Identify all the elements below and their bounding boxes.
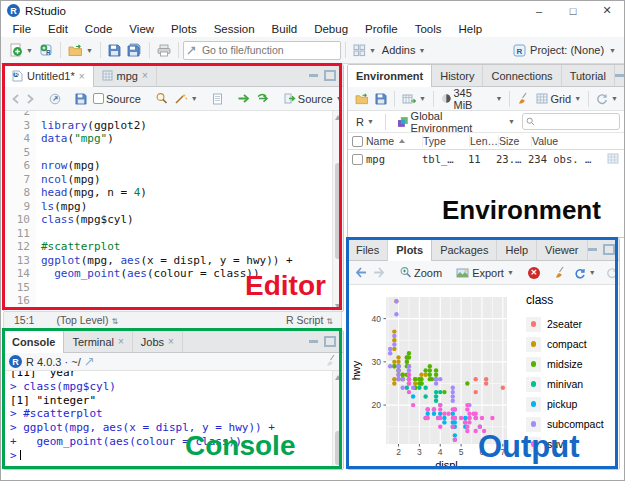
back-button[interactable] [8,90,23,108]
tab-jobs[interactable]: Jobs × [133,331,183,352]
new-file-button[interactable]: ▼ [6,40,36,60]
forward-button[interactable] [23,90,38,108]
menu-item-session[interactable]: Session [205,20,263,37]
goto-file-function-input[interactable] [200,43,324,57]
new-project-button[interactable]: R [36,40,56,60]
column-header-size[interactable]: Size [499,135,532,147]
pane-minimize-icon[interactable] [588,248,597,251]
pane-maximize-icon[interactable] [324,70,336,81]
save-button[interactable] [105,40,124,60]
menu-item-debug[interactable]: Debug [306,20,357,37]
remove-plot-button[interactable]: ✕ [525,264,543,282]
refresh-environment-button[interactable]: ▼ [593,90,621,108]
tab-plots[interactable]: Plots [388,239,432,261]
scroll-up-icon[interactable] [335,375,341,380]
workspace-panes-button[interactable]: ▼ [350,40,379,60]
scroll-down-icon[interactable] [335,304,341,309]
row-checkbox[interactable] [348,154,366,165]
menu-item-help[interactable]: Help [450,20,491,37]
column-header-type[interactable]: Type [423,135,470,147]
save-workspace-button[interactable] [372,90,390,108]
menu-item-plots[interactable]: Plots [163,20,206,37]
view-data-button[interactable] [607,153,619,166]
next-plot-button[interactable] [370,264,388,282]
zoom-plot-button[interactable]: Zoom [396,264,445,282]
tab-viewer[interactable]: Viewer [537,239,587,260]
import-dataset-button[interactable]: ▼ [399,90,429,108]
code-editing-area[interactable]: 2345678910111213141516 library(ggplot2)d… [4,111,343,312]
menu-item-file[interactable]: File [4,20,40,37]
column-header-length[interactable]: Len… [470,135,499,147]
scroll-thumb[interactable] [335,163,342,259]
find-replace-button[interactable] [152,90,171,108]
menu-item-tools[interactable]: Tools [406,20,450,37]
refresh-plot-button[interactable] [603,264,620,282]
pane-minimize-icon[interactable] [615,74,624,77]
tab-environment[interactable]: Environment [348,65,432,87]
code-tools-button[interactable]: ▼ [171,90,201,108]
pane-maximize-icon[interactable] [324,336,336,347]
previous-plot-button[interactable] [352,264,370,282]
source-button[interactable]: Source ▼ [281,90,344,108]
menu-item-build[interactable]: Build [263,20,306,37]
scope-selector[interactable]: (Top Level)⇅ [56,314,118,326]
scroll-up-icon[interactable] [335,115,341,120]
popout-button[interactable] [46,90,64,108]
load-workspace-button[interactable] [352,90,372,108]
console-scrollbar[interactable] [332,371,343,469]
environment-scope-selector[interactable]: Global Environment ▼ [394,113,518,131]
tab-close-icon[interactable]: × [142,70,148,81]
tab-packages[interactable]: Packages [432,239,497,260]
menu-item-profile[interactable]: Profile [357,20,407,37]
save-all-button[interactable] [124,40,145,60]
console-body[interactable]: [11] "year"> class(mpg$cyl)[1] "integer"… [4,371,343,469]
menu-item-code[interactable]: Code [76,20,121,37]
environment-search-box[interactable] [522,113,620,130]
menu-item-view[interactable]: View [121,20,163,37]
tab-close-icon[interactable]: × [168,336,174,347]
tab-untitled1[interactable]: R Untitled1* × [4,65,94,87]
tab-history[interactable]: History [432,65,483,86]
clear-console-button[interactable] [325,354,338,369]
tab-close-icon[interactable]: × [118,336,124,347]
pane-minimize-icon[interactable] [309,340,318,343]
column-header-name[interactable]: Name [366,135,423,147]
maximize-button[interactable]: □ [556,1,590,20]
tab-connections[interactable]: Connections [483,65,561,86]
run-button[interactable] [234,90,253,108]
goto-file-function-box[interactable] [183,41,341,60]
save-source-button[interactable] [72,90,90,108]
project-menu-button[interactable]: R Project: (None) ▼ [510,40,619,60]
scroll-thumb[interactable] [335,431,342,465]
minimize-button[interactable]: – [522,1,556,20]
print-button[interactable] [154,40,174,60]
tab-close-icon[interactable]: × [79,71,85,82]
tab-mpg-viewer[interactable]: mpg × [94,65,157,86]
environment-search-input[interactable] [538,115,612,128]
tab-help[interactable]: Help [497,239,537,260]
editor-scrollbar[interactable] [332,111,343,312]
pane-maximize-icon[interactable] [603,244,615,255]
close-button[interactable]: ✕ [590,1,624,20]
doc-type-selector[interactable]: R Script⇅ [286,314,333,326]
export-plot-button[interactable]: Export ▼ [453,264,517,282]
open-file-button[interactable]: ▼ [65,40,96,60]
checkbox-icon[interactable] [93,93,104,104]
tab-console[interactable]: Console [4,331,64,353]
environment-object-row[interactable]: mpg tbl_… 11 23.… 234 obs. … [348,150,625,168]
clear-all-plots-button[interactable] [551,264,570,282]
open-in-new-icon[interactable] [85,357,94,366]
tab-files[interactable]: Files [348,239,388,260]
source-on-save-checkbox[interactable]: Source [90,90,144,108]
addins-button[interactable]: Addins ▼ [379,40,429,60]
memory-usage-button[interactable]: 345 MiB ▼ [438,90,506,108]
tab-terminal[interactable]: Terminal × [64,331,132,352]
tab-tutorial[interactable]: Tutorial [562,65,615,86]
compile-report-button[interactable] [209,90,226,108]
publish-button[interactable]: ▼ [570,264,599,282]
select-all-checkbox[interactable] [348,136,366,147]
rerun-button[interactable] [253,90,273,108]
language-selector[interactable]: R ▼ [353,113,377,131]
clear-environment-button[interactable] [514,90,533,108]
view-mode-button[interactable]: Grid ▼ [533,90,584,108]
